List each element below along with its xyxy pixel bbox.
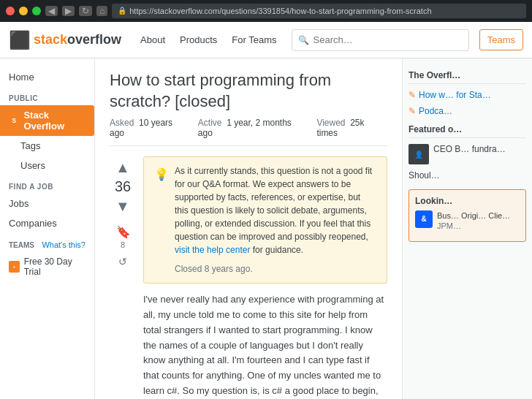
sidebar-teams-label: TEAMS bbox=[9, 241, 34, 249]
answer-section: ▲ 36 ▼ 🔖 8 ↺ 💡 As it currently stands, t… bbox=[110, 156, 387, 399]
teams-button[interactable]: Teams bbox=[479, 29, 523, 50]
vote-count: 36 bbox=[115, 178, 131, 195]
question-body: 💡 As it currently stands, this question … bbox=[143, 156, 387, 399]
main-content: How to start programming from scratch? [… bbox=[95, 58, 402, 399]
linked-item-2[interactable]: Podca… bbox=[408, 106, 526, 118]
search-box: 🔍 bbox=[292, 29, 469, 51]
sidebar-item-stackoverflow[interactable]: S Stack Overflow bbox=[0, 105, 94, 136]
looking-title: Lookin… bbox=[415, 196, 520, 206]
linked-item-1[interactable]: How w… for Sta… bbox=[408, 90, 526, 102]
history-button[interactable]: ↺ bbox=[116, 255, 129, 268]
question-meta: Asked 10 years ago Active 1 year, 2 mont… bbox=[110, 118, 387, 146]
notice-suffix: for guidance. bbox=[253, 245, 303, 255]
free-trial-label: Free 30 Day Trial bbox=[24, 256, 86, 277]
sidebar: Home PUBLIC S Stack Overflow Tags Users … bbox=[0, 58, 95, 399]
url-text: https://stackoverflow.com/questions/3391… bbox=[129, 4, 431, 18]
forward-button[interactable]: ▶ bbox=[62, 6, 75, 16]
search-input[interactable] bbox=[314, 34, 463, 45]
notice-content: As it currently stands, this question is… bbox=[175, 164, 376, 276]
sidebar-teams-section: TEAMS What's this? bbox=[0, 233, 94, 252]
closed-label: Closed 8 years ago. bbox=[175, 262, 376, 276]
sidebar-item-jobs[interactable]: Jobs bbox=[0, 194, 94, 213]
sidebar-item-home[interactable]: Home bbox=[0, 67, 94, 87]
featured-section-title: Featured o… bbox=[408, 124, 526, 138]
notice-icon: 💡 bbox=[154, 166, 169, 276]
featured-text-2: Shoul… bbox=[408, 170, 440, 182]
logo-icon: ⬛ bbox=[9, 30, 31, 50]
right-sidebar: The Overfl… How w… for Sta… Podca… Featu… bbox=[402, 58, 532, 399]
upvote-button[interactable]: ▲ bbox=[112, 156, 134, 178]
browser-topbar: ◀ ▶ ↻ ⌂ 🔒 https://stackoverflow.com/ques… bbox=[0, 0, 532, 22]
sidebar-stackoverflow-label: Stack Overflow bbox=[23, 110, 86, 132]
logo[interactable]: ⬛ stackoverflow bbox=[9, 30, 121, 50]
sidebar-item-users[interactable]: Users bbox=[0, 156, 94, 175]
sidebar-item-tags[interactable]: Tags bbox=[0, 136, 94, 156]
looking-section: Lookin… & Bus… Origi… Clie… JPM… bbox=[408, 189, 526, 243]
nav-for-teams[interactable]: For Teams bbox=[224, 22, 284, 58]
notice-box: 💡 As it currently stands, this question … bbox=[143, 156, 387, 284]
featured-text-1: CEO B… fundra… bbox=[433, 144, 506, 156]
overflow-section-title: The Overfl… bbox=[408, 70, 526, 84]
close-btn[interactable] bbox=[6, 7, 15, 15]
active-meta: Active 1 year, 2 months ago bbox=[198, 118, 308, 138]
downvote-button[interactable]: ▼ bbox=[112, 195, 134, 217]
job-item-1[interactable]: & Bus… Origi… Clie… JPM… bbox=[415, 210, 520, 232]
job-details-1: Bus… Origi… Clie… JPM… bbox=[437, 210, 510, 232]
maximize-btn[interactable] bbox=[32, 7, 41, 15]
asked-meta: Asked 10 years ago bbox=[110, 118, 189, 138]
free-trial-icon: + bbox=[9, 261, 20, 273]
featured-item-2[interactable]: Shoul… bbox=[408, 170, 526, 182]
nav-products[interactable]: Products bbox=[172, 22, 224, 58]
lock-icon: 🔒 bbox=[118, 4, 126, 18]
question-title: How to start programming from scratch? [… bbox=[110, 70, 387, 112]
viewed-meta: Viewed 25k times bbox=[316, 118, 387, 138]
notice-text: As it currently stands, this question is… bbox=[175, 166, 372, 242]
bookmark-count: 8 bbox=[121, 240, 125, 249]
job-icon-1: & bbox=[415, 210, 433, 228]
back-button[interactable]: ◀ bbox=[45, 6, 58, 16]
whats-this-link[interactable]: What's this? bbox=[42, 240, 86, 249]
vote-column: ▲ 36 ▼ 🔖 8 ↺ bbox=[110, 156, 136, 399]
job-company-1: JPM… bbox=[437, 221, 510, 231]
sidebar-free-trial[interactable]: + Free 30 Day Trial bbox=[0, 252, 94, 281]
layout: Home PUBLIC S Stack Overflow Tags Users … bbox=[0, 58, 532, 399]
reload-button[interactable]: ↻ bbox=[79, 6, 92, 16]
question-text: I've never really had any experience wit… bbox=[143, 292, 387, 399]
minimize-btn[interactable] bbox=[19, 7, 28, 15]
sidebar-section-public: PUBLIC bbox=[0, 87, 94, 105]
logo-text: stackoverflow bbox=[34, 32, 121, 48]
featured-img-1: 👤 bbox=[408, 144, 429, 164]
notice-link[interactable]: visit the help center bbox=[175, 245, 250, 255]
featured-item-1[interactable]: 👤 CEO B… fundra… bbox=[408, 144, 526, 164]
nav-about[interactable]: About bbox=[133, 22, 172, 58]
home-button[interactable]: ⌂ bbox=[96, 6, 107, 16]
navbar: ⬛ stackoverflow About Products For Teams… bbox=[0, 22, 532, 58]
sidebar-section-jobs: FIND A JOB bbox=[0, 175, 94, 194]
sidebar-item-companies[interactable]: Companies bbox=[0, 213, 94, 233]
job-title-1: Bus… Origi… Clie… bbox=[437, 210, 510, 221]
search-icon: 🔍 bbox=[298, 35, 309, 45]
url-bar[interactable]: 🔒 https://stackoverflow.com/questions/33… bbox=[112, 4, 526, 18]
stackoverflow-icon: S bbox=[9, 115, 19, 126]
bookmark-button[interactable]: 🔖 bbox=[116, 223, 129, 240]
